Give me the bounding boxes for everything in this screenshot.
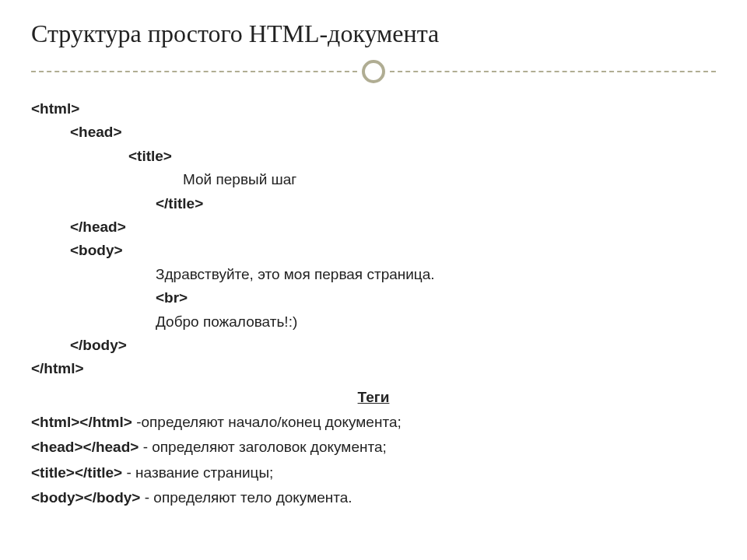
code-title-close: </title> xyxy=(31,192,716,215)
desc-title: <title></title> - название страницы; xyxy=(31,461,716,485)
divider-line-right xyxy=(390,71,716,72)
desc-head-text: - определяют заголовок документа; xyxy=(139,439,386,455)
desc-title-text: - название страницы; xyxy=(122,464,273,481)
code-body-close: </body> xyxy=(31,334,716,357)
tag-title: <title></title> xyxy=(31,464,122,481)
tag-body: <body></body> xyxy=(31,489,140,506)
desc-html-text: -определяют начало/конец документа; xyxy=(132,414,402,430)
content-area: <html> <head> <title> Мой первый шаг </t… xyxy=(31,97,716,510)
code-head-open: <head> xyxy=(31,121,716,144)
circle-icon xyxy=(362,60,385,83)
tag-html: <html></html> xyxy=(31,414,132,430)
desc-body: <body></body> - определяют тело документ… xyxy=(31,486,716,509)
code-html-close: </html> xyxy=(31,357,716,380)
code-html-open: <html> xyxy=(31,97,716,121)
code-body-line1: Здравствуйте, это моя первая страница. xyxy=(31,263,716,286)
desc-head: <head></head> - определяют заголовок док… xyxy=(31,436,716,459)
code-body-line2: Добро пожаловать!:) xyxy=(31,310,716,334)
code-body-br: <br> xyxy=(31,286,716,310)
slide-title: Структура простого HTML-документа xyxy=(31,19,716,48)
code-head-close: </head> xyxy=(31,215,716,239)
divider-line-left xyxy=(31,71,357,72)
tag-head: <head></head> xyxy=(31,439,139,455)
slide-container: Структура простого HTML-документа <html>… xyxy=(0,0,747,560)
code-title-open: <title> xyxy=(31,145,716,168)
desc-body-text: - определяют тело документа. xyxy=(140,489,352,506)
desc-html: <html></html> -определяют начало/конец д… xyxy=(31,411,716,434)
code-title-content: Мой первый шаг xyxy=(31,168,716,191)
divider xyxy=(31,60,716,83)
code-body-open: <body> xyxy=(31,239,716,262)
tags-heading: Теги xyxy=(31,386,716,409)
